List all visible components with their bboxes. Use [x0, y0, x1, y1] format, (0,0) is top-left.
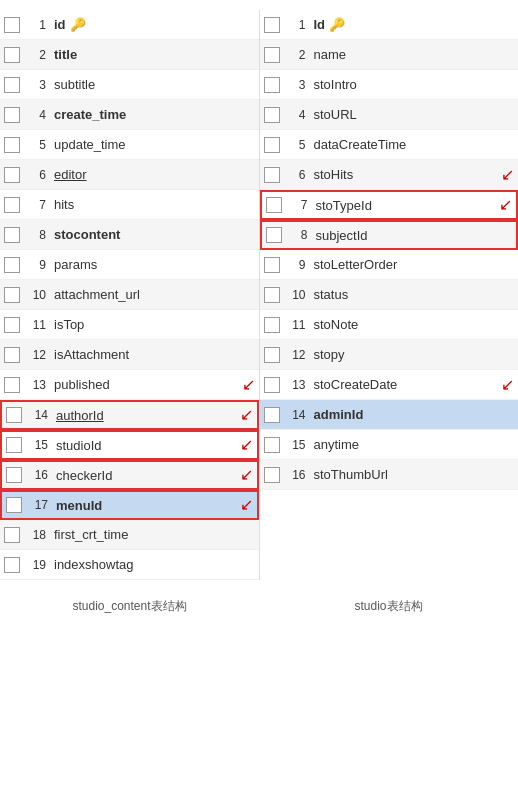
table-row: 2title — [0, 40, 259, 70]
row-label: stoURL — [314, 107, 357, 122]
right-table: 1Id🔑2name3stoIntro4stoURL5dataCreateTime… — [260, 10, 519, 580]
table-row: 15studioId↙ — [0, 430, 259, 460]
row-label: menuId — [56, 498, 102, 513]
row-label: authorId — [56, 408, 104, 423]
row-label: attachment_url — [54, 287, 140, 302]
row-checkbox[interactable] — [264, 77, 280, 93]
row-checkbox[interactable] — [4, 317, 20, 333]
row-label: hits — [54, 197, 74, 212]
table-row: 6editor — [0, 160, 259, 190]
row-label: create_time — [54, 107, 126, 122]
row-number: 16 — [28, 468, 48, 482]
row-checkbox[interactable] — [264, 17, 280, 33]
key-icon: 🔑 — [329, 17, 345, 32]
row-number: 6 — [286, 168, 306, 182]
row-checkbox[interactable] — [264, 47, 280, 63]
table-row: 12stopy — [260, 340, 519, 370]
table-row: 5update_time — [0, 130, 259, 160]
row-number: 12 — [286, 348, 306, 362]
row-checkbox[interactable] — [264, 257, 280, 273]
row-checkbox[interactable] — [4, 377, 20, 393]
row-checkbox[interactable] — [4, 227, 20, 243]
row-number: 4 — [26, 108, 46, 122]
row-number: 2 — [26, 48, 46, 62]
table-row: 11stoNote — [260, 310, 519, 340]
row-checkbox[interactable] — [4, 137, 20, 153]
row-checkbox[interactable] — [6, 497, 22, 513]
table-row: 18first_crt_time — [0, 520, 259, 550]
row-checkbox[interactable] — [4, 107, 20, 123]
row-label: subtitle — [54, 77, 95, 92]
table-row: 15anytime — [260, 430, 519, 460]
table-row: 8stocontent — [0, 220, 259, 250]
row-checkbox[interactable] — [264, 107, 280, 123]
row-checkbox[interactable] — [264, 467, 280, 483]
row-number: 11 — [26, 318, 46, 332]
row-number: 6 — [26, 168, 46, 182]
row-label: status — [314, 287, 349, 302]
row-label: editor — [54, 167, 87, 182]
row-checkbox[interactable] — [264, 347, 280, 363]
row-checkbox[interactable] — [4, 77, 20, 93]
table-row: 13published↙ — [0, 370, 259, 400]
row-number: 12 — [26, 348, 46, 362]
table-row: 3subtitle — [0, 70, 259, 100]
table-row: 14authorId↙ — [0, 400, 259, 430]
row-number: 14 — [28, 408, 48, 422]
row-checkbox[interactable] — [264, 437, 280, 453]
row-label: name — [314, 47, 347, 62]
row-number: 4 — [286, 108, 306, 122]
row-label: published — [54, 377, 110, 392]
arrow-icon: ↙ — [501, 167, 514, 183]
row-label: first_crt_time — [54, 527, 128, 542]
table-row: 12isAttachment — [0, 340, 259, 370]
row-number: 7 — [288, 198, 308, 212]
row-checkbox[interactable] — [264, 167, 280, 183]
row-checkbox[interactable] — [264, 317, 280, 333]
row-label: stoThumbUrl — [314, 467, 388, 482]
row-number: 15 — [286, 438, 306, 452]
row-checkbox[interactable] — [264, 407, 280, 423]
table-row: 4stoURL — [260, 100, 519, 130]
right-table-label: studio表结构 — [259, 598, 518, 615]
row-number: 3 — [26, 78, 46, 92]
arrow-icon: ↙ — [499, 197, 512, 213]
arrow-icon: ↙ — [240, 467, 253, 483]
row-checkbox[interactable] — [4, 557, 20, 573]
row-number: 9 — [26, 258, 46, 272]
row-checkbox[interactable] — [4, 17, 20, 33]
row-number: 8 — [26, 228, 46, 242]
row-checkbox[interactable] — [264, 287, 280, 303]
table-row: 1Id🔑 — [260, 10, 519, 40]
row-checkbox[interactable] — [6, 467, 22, 483]
row-checkbox[interactable] — [6, 437, 22, 453]
row-checkbox[interactable] — [4, 527, 20, 543]
table-row: 1id🔑 — [0, 10, 259, 40]
table-row: 17menuId↙ — [0, 490, 259, 520]
row-checkbox[interactable] — [264, 137, 280, 153]
footer: studio_content表结构 studio表结构 — [0, 590, 518, 623]
row-number: 2 — [286, 48, 306, 62]
row-checkbox[interactable] — [4, 257, 20, 273]
table-row: 3stoIntro — [260, 70, 519, 100]
table-row: 4create_time — [0, 100, 259, 130]
row-label: indexshowtag — [54, 557, 134, 572]
row-label: stocontent — [54, 227, 120, 242]
row-checkbox[interactable] — [4, 47, 20, 63]
arrow-icon: ↙ — [240, 437, 253, 453]
row-checkbox[interactable] — [4, 167, 20, 183]
row-checkbox[interactable] — [6, 407, 22, 423]
row-checkbox[interactable] — [266, 227, 282, 243]
table-row: 5dataCreateTime — [260, 130, 519, 160]
row-label: isTop — [54, 317, 84, 332]
table-row: 10attachment_url — [0, 280, 259, 310]
row-checkbox[interactable] — [266, 197, 282, 213]
row-label: id — [54, 17, 66, 32]
table-row: 19indexshowtag — [0, 550, 259, 580]
row-checkbox[interactable] — [264, 377, 280, 393]
row-checkbox[interactable] — [4, 287, 20, 303]
table-row: 11isTop — [0, 310, 259, 340]
row-number: 5 — [26, 138, 46, 152]
row-checkbox[interactable] — [4, 347, 20, 363]
row-checkbox[interactable] — [4, 197, 20, 213]
